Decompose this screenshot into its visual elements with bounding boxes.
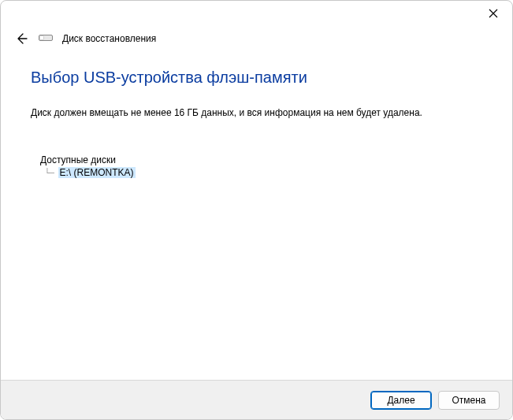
tree-item[interactable]: └─ E:\ (REMONTKA) <box>40 167 482 178</box>
tree-connector-icon: └─ <box>40 168 58 178</box>
content-area: Выбор USB-устройства флэш-памяти Диск до… <box>1 46 512 178</box>
window-title: Диск восстановления <box>62 33 156 44</box>
footer-bar: Далее Отмена <box>1 380 512 419</box>
tree-root-label: Доступные диски <box>40 154 482 165</box>
back-button[interactable] <box>13 31 29 46</box>
page-heading: Выбор USB-устройства флэш-памяти <box>31 69 482 87</box>
recovery-drive-icon <box>39 33 53 44</box>
svg-rect-1 <box>40 36 44 40</box>
title-bar <box>1 1 512 26</box>
available-drives-tree: Доступные диски └─ E:\ (REMONTKA) <box>31 154 482 178</box>
page-description: Диск должен вмещать не менее 16 ГБ данны… <box>31 107 482 118</box>
cancel-button[interactable]: Отмена <box>438 391 500 410</box>
close-button[interactable] <box>485 6 501 21</box>
tree-item-label: E:\ (REMONTKA) <box>58 167 136 178</box>
header-row: Диск восстановления <box>1 26 512 46</box>
next-button[interactable]: Далее <box>370 391 432 410</box>
